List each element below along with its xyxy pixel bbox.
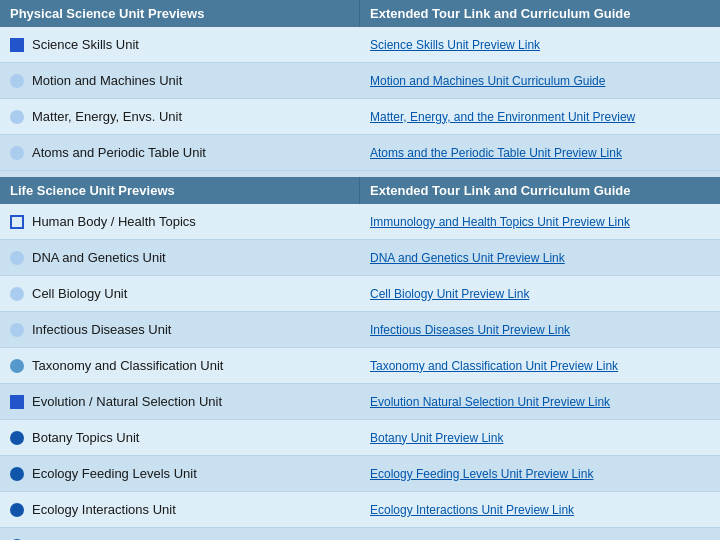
row-label: Ecology Feeding Levels Unit xyxy=(0,460,360,487)
row-link[interactable]: Ecology Interactions Unit Preview Link xyxy=(360,497,720,523)
table-row: Botany Topics UnitBotany Unit Preview Li… xyxy=(0,420,720,456)
row-label-text: DNA and Genetics Unit xyxy=(32,250,166,265)
row-label-text: Human Body / Health Topics xyxy=(32,214,196,229)
row-label-text: Atoms and Periodic Table Unit xyxy=(32,145,206,160)
physical-section: Physical Science Unit Previews Extended … xyxy=(0,0,720,171)
row-link[interactable]: Atoms and the Periodic Table Unit Previe… xyxy=(360,140,720,166)
row-link[interactable]: Taxonomy and Classification Unit Preview… xyxy=(360,353,720,379)
row-indicator xyxy=(10,431,24,445)
row-label-text: Taxonomy and Classification Unit xyxy=(32,358,223,373)
life-header-col1: Life Science Unit Previews xyxy=(0,177,360,204)
table-row: Motion and Machines UnitMotion and Machi… xyxy=(0,63,720,99)
row-label: Cell Biology Unit xyxy=(0,280,360,307)
table-row: Ecology Feeding Levels UnitEcology Feedi… xyxy=(0,456,720,492)
row-indicator xyxy=(10,110,24,124)
row-label-text: Infectious Diseases Unit xyxy=(32,322,171,337)
row-label-text: Botany Topics Unit xyxy=(32,430,139,445)
row-label: Human Body / Health Topics xyxy=(0,208,360,235)
row-indicator xyxy=(10,467,24,481)
row-indicator xyxy=(10,503,24,517)
row-link[interactable]: Botany Unit Preview Link xyxy=(360,425,720,451)
table-row: Atoms and Periodic Table UnitAtoms and t… xyxy=(0,135,720,171)
table-row: Human Body / Health TopicsImmunology and… xyxy=(0,204,720,240)
table-row: Cell Biology UnitCell Biology Unit Previ… xyxy=(0,276,720,312)
row-indicator xyxy=(10,251,24,265)
row-link[interactable]: Infectious Diseases Unit Preview Link xyxy=(360,317,720,343)
row-link[interactable]: DNA and Genetics Unit Preview Link xyxy=(360,245,720,271)
table-row: DNA and Genetics UnitDNA and Genetics Un… xyxy=(0,240,720,276)
row-link[interactable]: Ecology Feeding Levels Unit Preview Link xyxy=(360,461,720,487)
table-row: Ecology Interactions UnitEcology Interac… xyxy=(0,492,720,528)
table-row: Science Skills UnitScience Skills Unit P… xyxy=(0,27,720,63)
row-label: Matter, Energy, Envs. Unit xyxy=(0,103,360,130)
physical-header-col2: Extended Tour Link and Curriculum Guide xyxy=(360,0,720,27)
row-link[interactable]: Science Skills Unit Preview Link xyxy=(360,32,720,58)
row-label-text: Ecology Interactions Unit xyxy=(32,502,176,517)
row-label: Infectious Diseases Unit xyxy=(0,316,360,343)
row-label-text: Evolution / Natural Selection Unit xyxy=(32,394,222,409)
table-row: Evolution / Natural Selection UnitEvolut… xyxy=(0,384,720,420)
row-indicator xyxy=(10,146,24,160)
row-label-text: Matter, Energy, Envs. Unit xyxy=(32,109,182,124)
row-label: Taxonomy and Classification Unit xyxy=(0,352,360,379)
row-label: Ecology Abiotic Factors Unit xyxy=(0,532,360,540)
row-label-text: Science Skills Unit xyxy=(32,37,139,52)
table-row: Ecology Abiotic Factors UnitEcology Abio… xyxy=(0,528,720,540)
row-link[interactable]: Matter, Energy, and the Environment Unit… xyxy=(360,104,720,130)
row-link[interactable]: Evolution Natural Selection Unit Preview… xyxy=(360,389,720,415)
table-row: Taxonomy and Classification UnitTaxonomy… xyxy=(0,348,720,384)
life-header-col2: Extended Tour Link and Curriculum Guide xyxy=(360,177,720,204)
life-header: Life Science Unit Previews Extended Tour… xyxy=(0,177,720,204)
row-label: Ecology Interactions Unit xyxy=(0,496,360,523)
row-indicator xyxy=(10,395,24,409)
physical-header: Physical Science Unit Previews Extended … xyxy=(0,0,720,27)
row-link[interactable]: Motion and Machines Unit Curriculum Guid… xyxy=(360,68,720,94)
row-label-text: Ecology Feeding Levels Unit xyxy=(32,466,197,481)
row-indicator xyxy=(10,359,24,373)
table-row: Matter, Energy, Envs. UnitMatter, Energy… xyxy=(0,99,720,135)
row-link[interactable]: Ecology Abiotic Factors Unit Preview Lin… xyxy=(360,533,720,541)
table-row: Infectious Diseases UnitInfectious Disea… xyxy=(0,312,720,348)
row-label: Motion and Machines Unit xyxy=(0,67,360,94)
row-indicator xyxy=(10,74,24,88)
row-label-text: Motion and Machines Unit xyxy=(32,73,182,88)
row-link[interactable]: Cell Biology Unit Preview Link xyxy=(360,281,720,307)
row-indicator xyxy=(10,287,24,301)
row-link[interactable]: Immunology and Health Topics Unit Previe… xyxy=(360,209,720,235)
row-label: Evolution / Natural Selection Unit xyxy=(0,388,360,415)
row-label: DNA and Genetics Unit xyxy=(0,244,360,271)
row-indicator xyxy=(10,38,24,52)
row-indicator xyxy=(10,323,24,337)
row-label: Atoms and Periodic Table Unit xyxy=(0,139,360,166)
row-label-text: Cell Biology Unit xyxy=(32,286,127,301)
life-section: Life Science Unit Previews Extended Tour… xyxy=(0,177,720,540)
row-indicator xyxy=(10,215,24,229)
physical-header-col1: Physical Science Unit Previews xyxy=(0,0,360,27)
row-label: Botany Topics Unit xyxy=(0,424,360,451)
row-label: Science Skills Unit xyxy=(0,31,360,58)
